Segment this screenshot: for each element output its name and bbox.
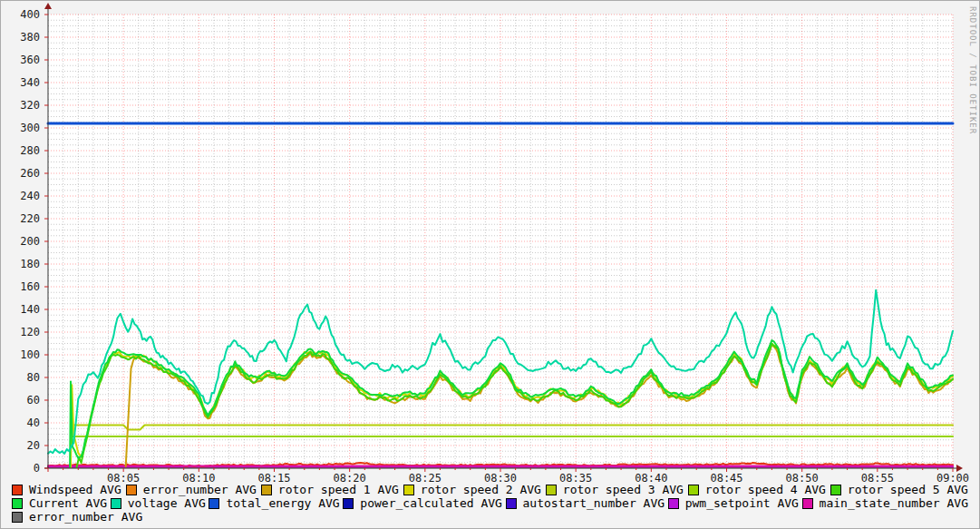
legend-label: total_energy AVG [226,496,339,510]
legend-item: pwm_setpoint AVG [668,496,799,510]
x-tick-label: 08:05 [107,472,140,483]
legend-item: main_state_number AVG [802,496,968,510]
legend-item: rotor speed 5 AVG [830,483,968,496]
graph-canvas: 0204060801001201401601802002202402602803… [1,1,980,483]
y-tick-label: 80 [27,371,40,384]
legend-swatch-icon [403,485,414,495]
x-tick-label: 08:55 [861,472,894,483]
legend-label: rotor speed 1 AVG [278,483,399,496]
y-tick-label: 220 [20,212,40,225]
y-tick-label: 40 [27,416,40,429]
y-tick-label: 380 [20,31,40,44]
y-tick-label: 280 [20,144,40,157]
y-tick-label: 260 [20,167,40,180]
y-tick-label: 20 [27,439,40,452]
y-tick-label: 180 [20,258,40,270]
legend-swatch-icon [688,485,699,495]
legend-label: error_number AVG [29,510,142,524]
y-tick-label: 60 [27,394,40,407]
legend-label: autostart_number AVG [523,496,665,510]
legend-label: rotor speed 3 AVG [563,483,684,496]
legend-swatch-icon [126,485,137,495]
y-tick-label: 140 [20,303,40,316]
legend-swatch-icon [830,485,841,495]
x-tick-label: 08:40 [635,472,667,483]
legend-label: power_calculated AVG [360,496,502,510]
rrdtool-graph: 0204060801001201401601802002202402602803… [0,0,980,529]
y-tick-label: 0 [34,462,40,475]
y-tick-label: 320 [20,99,40,112]
legend-swatch-icon [111,498,121,509]
x-axis-arrow-icon [956,465,963,472]
legend-swatch-icon [261,485,272,495]
x-tick-label: 08:15 [257,472,290,483]
x-tick-label: 08:50 [786,472,819,483]
legend-label: main_state_number AVG [820,496,968,510]
legend-label: pwm_setpoint AVG [685,496,799,510]
legend-swatch-icon [802,498,813,509]
legend-item: Current AVG [12,496,107,510]
y-tick-label: 240 [20,190,40,202]
y-tick-label: 120 [20,326,40,338]
legend-label: error_number AVG [143,483,257,496]
legend-swatch-icon [12,498,23,509]
legend-label: Windspeed AVG [29,483,121,496]
x-tick-label: 08:10 [182,472,215,483]
legend-item: rotor speed 3 AVG [546,483,684,496]
legend-item: autostart_number AVG [506,496,665,510]
y-tick-label: 300 [20,122,40,134]
legend-item: Windspeed AVG [12,483,121,496]
y-tick-label: 100 [20,348,40,361]
y-tick-label: 200 [20,235,40,248]
legend-swatch-icon [668,498,679,509]
legend-swatch-icon [343,498,354,509]
legend-item: total_energy AVG [209,496,339,510]
watermark: RRDTOOL / TOBI OETIKER [968,6,977,134]
legend-swatch-icon [506,498,517,509]
legend-label: rotor speed 4 AVG [705,483,826,496]
legend-swatch-icon [12,512,23,523]
legend-item: rotor speed 2 AVG [403,483,541,496]
legend-item: error_number AVG [12,510,142,524]
legend-label: rotor speed 2 AVG [421,483,541,496]
x-tick-label: 08:25 [409,472,441,483]
legend-label: rotor speed 5 AVG [848,483,968,496]
legend: Windspeed AVGerror_number AVGrotor speed… [1,483,980,524]
legend-item: voltage AVG [111,496,206,510]
legend-swatch-icon [209,498,219,509]
legend-row-3: error_number AVG [1,510,980,524]
legend-label: voltage AVG [128,496,206,510]
y-tick-label: 360 [20,54,40,66]
legend-label: Current AVG [29,496,107,510]
legend-swatch-icon [546,485,557,495]
legend-item: rotor speed 4 AVG [688,483,826,496]
legend-swatch-icon [12,485,23,495]
x-tick-label: 08:45 [710,472,742,483]
x-tick-label: 09:00 [936,472,969,483]
y-tick-label: 160 [20,280,40,293]
legend-row-1: Windspeed AVGerror_number AVGrotor speed… [1,483,980,496]
legend-row-2: Current AVGvoltage AVGtotal_energy AVGpo… [1,496,980,510]
legend-item: error_number AVG [126,483,257,496]
y-axis-arrow-icon [44,3,52,9]
x-tick-label: 08:30 [484,472,517,483]
y-tick-label: 400 [20,8,40,21]
legend-item: rotor speed 1 AVG [261,483,399,496]
legend-item: power_calculated AVG [343,496,502,510]
y-tick-label: 340 [20,76,40,89]
x-tick-label: 08:35 [559,472,592,483]
x-tick-label: 08:20 [334,472,366,483]
